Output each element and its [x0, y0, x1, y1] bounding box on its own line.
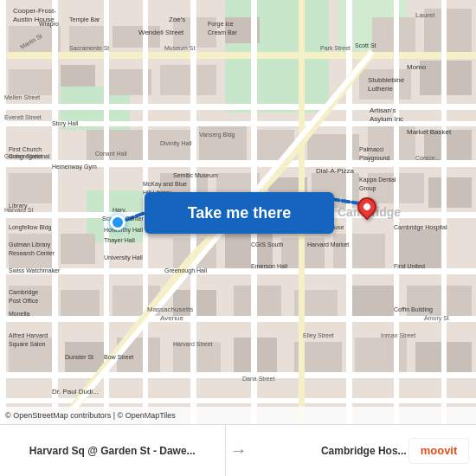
origin-segment[interactable]: Harvard Sq @ Garden St - Dawe...	[0, 425, 226, 476]
svg-rect-20	[199, 125, 247, 160]
svg-text:Massachusetts: Massachusetts	[147, 306, 193, 313]
svg-rect-40	[61, 290, 100, 320]
svg-text:Post Office: Post Office	[9, 298, 38, 304]
svg-text:Longfellow Bldg: Longfellow Bldg	[9, 224, 52, 231]
svg-text:Research Center: Research Center	[9, 250, 55, 256]
svg-rect-31	[428, 177, 472, 208]
svg-text:Divinity Hall: Divinity Hall	[160, 140, 192, 147]
svg-text:Mellen Street: Mellen Street	[4, 94, 40, 100]
svg-text:Cambridge Hospital: Cambridge Hospital	[394, 224, 447, 231]
svg-text:Amory St: Amory St	[424, 315, 449, 322]
svg-text:Group: Group	[359, 185, 376, 192]
svg-text:Harvard Street: Harvard Street	[173, 341, 213, 347]
current-location-dot	[110, 215, 125, 230]
svg-text:Cambridge: Cambridge	[9, 289, 38, 296]
destination-pin	[357, 197, 376, 216]
svg-text:Playground: Playground	[359, 155, 390, 162]
svg-text:Harv.: Harv.	[113, 207, 126, 213]
svg-text:Artisan's: Artisan's	[370, 106, 396, 114]
svg-text:Bow Street: Bow Street	[104, 354, 133, 360]
svg-text:Story Hall: Story Hall	[52, 120, 79, 127]
svg-rect-25	[9, 173, 52, 203]
svg-text:Gutman Library: Gutman Library	[9, 241, 51, 248]
svg-text:Palmacci: Palmacci	[359, 146, 384, 152]
svg-text:Concor...: Concor...	[415, 155, 440, 161]
svg-text:Elley Street: Elley Street	[303, 332, 334, 339]
svg-text:Scott St: Scott St	[355, 42, 376, 48]
svg-text:Inman Street: Inman Street	[381, 332, 415, 338]
svg-text:Holworthy Hall: Holworthy Hall	[104, 227, 144, 234]
svg-text:Congregational: Congregational	[9, 153, 50, 160]
svg-rect-56	[0, 104, 476, 110]
take-me-there-button[interactable]: Take me there	[145, 192, 334, 234]
svg-rect-12	[9, 69, 52, 95]
svg-text:CGIS South: CGIS South	[251, 241, 283, 248]
svg-text:Conant Hall: Conant Hall	[95, 151, 127, 157]
svg-text:Sacramento St: Sacramento St	[69, 45, 109, 51]
arrow-icon: →	[226, 441, 252, 460]
svg-text:Zoe's: Zoe's	[169, 16, 185, 23]
svg-text:Greenough Hall: Greenough Hall	[164, 267, 207, 274]
svg-rect-63	[0, 398, 476, 403]
svg-text:Coffin Building: Coffin Building	[394, 306, 433, 313]
svg-rect-61	[0, 316, 476, 322]
svg-text:Square Salon: Square Salon	[9, 341, 46, 348]
svg-text:Park Street: Park Street	[320, 45, 351, 51]
svg-text:Laurel: Laurel	[415, 11, 434, 19]
svg-rect-15	[160, 65, 216, 95]
svg-rect-45	[346, 286, 398, 320]
svg-rect-65	[52, 0, 58, 424]
svg-text:Market Basket: Market Basket	[407, 128, 452, 136]
svg-text:Monella: Monella	[9, 311, 30, 317]
svg-text:Everett Street: Everett Street	[4, 114, 42, 120]
svg-text:Museum St: Museum St	[164, 45, 195, 51]
svg-text:Harvard Market: Harvard Market	[307, 241, 349, 248]
bottom-bar: Harvard Sq @ Garden St - Dawe... → Cambr…	[0, 424, 476, 476]
svg-text:Semitic Museum: Semitic Museum	[173, 172, 218, 178]
svg-rect-73	[441, 0, 447, 424]
svg-rect-13	[61, 65, 95, 87]
svg-text:Cream Bar: Cream Bar	[208, 29, 238, 35]
svg-rect-43	[234, 286, 281, 320]
origin-name: Harvard Sq @ Garden St - Dawe...	[9, 445, 216, 457]
svg-rect-60	[0, 268, 476, 274]
svg-rect-33	[61, 234, 95, 264]
svg-text:Momo: Momo	[407, 63, 427, 71]
svg-text:First Church: First Church	[9, 146, 42, 152]
svg-text:McKay and Blue: McKay and Blue	[143, 181, 187, 188]
svg-text:Alfred Harvard: Alfred Harvard	[9, 332, 48, 338]
svg-text:Kappa Dental: Kappa Dental	[359, 177, 396, 183]
svg-text:Wendell Street: Wendell Street	[138, 29, 184, 36]
svg-text:Cooper-Frost-: Cooper-Frost-	[13, 7, 56, 15]
svg-text:Swiss Watchmaker: Swiss Watchmaker	[9, 267, 61, 273]
svg-rect-18	[87, 130, 143, 164]
svg-text:Dr. Paul Dudl...: Dr. Paul Dudl...	[52, 388, 99, 396]
map-container: Martin St Sacramento St Museum St Park S…	[0, 0, 476, 424]
svg-text:Wrapro: Wrapro	[39, 21, 59, 28]
svg-rect-55	[0, 52, 476, 59]
svg-text:Dial-A-Pizza: Dial-A-Pizza	[316, 167, 355, 175]
svg-text:Dunster St: Dunster St	[65, 354, 93, 360]
svg-text:University Hall: University Hall	[104, 254, 143, 261]
svg-text:Emerson Hall: Emerson Hall	[251, 263, 287, 269]
svg-text:Forge Ice: Forge Ice	[208, 21, 234, 28]
svg-text:Asylum Inc: Asylum Inc	[370, 115, 403, 123]
moovit-logo: moovit	[408, 438, 469, 464]
svg-text:Library: Library	[9, 203, 28, 209]
map-attribution: © OpenStreetMap contributors | © OpenMap…	[0, 407, 476, 424]
svg-rect-62	[0, 372, 476, 378]
svg-text:Dana Street: Dana Street	[242, 376, 274, 382]
svg-text:Thayer Hall: Thayer Hall	[104, 237, 135, 244]
svg-text:Vanserg Bldg: Vanserg Bldg	[199, 132, 235, 138]
svg-text:Lutherie: Lutherie	[368, 85, 393, 93]
svg-rect-37	[333, 234, 385, 268]
svg-text:Avenue: Avenue	[160, 314, 184, 322]
svg-text:First United: First United	[394, 263, 425, 269]
svg-text:Stubblebine: Stubblebine	[368, 76, 405, 84]
svg-text:Hemenway Gym: Hemenway Gym	[52, 164, 97, 170]
svg-text:Temple Bar: Temple Bar	[69, 16, 100, 23]
